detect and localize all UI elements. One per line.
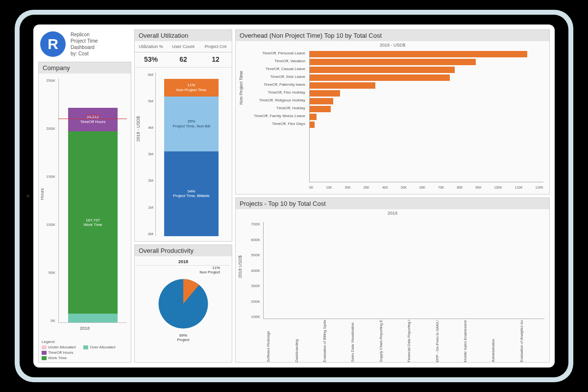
camera-dot xyxy=(26,195,29,197)
overhead-plot-area xyxy=(309,51,543,182)
company-panel[interactable]: Company Hours 0K 50K 100K 150K 200K 250K xyxy=(38,62,131,363)
projects-chart[interactable]: 2018 USD$ 100K200K300K400K500K600K700K xyxy=(236,217,549,362)
legend-under-allocated: Under Allocated xyxy=(42,345,75,349)
productivity-pie-chart[interactable] xyxy=(154,274,213,333)
kpi-header-user-count: User Count xyxy=(167,41,199,52)
projects-plot-area xyxy=(263,222,544,319)
utilization-plot-area: 11% Non Project Time 35% Project Time, N… xyxy=(155,73,227,236)
company-panel-title: Company xyxy=(39,62,131,74)
company-y-axis-label: Hours xyxy=(40,188,45,199)
overhead-bar[interactable] xyxy=(310,82,375,89)
title-line1: Replicon xyxy=(71,31,98,38)
projects-x-labels: Software Redesign Dashboarding Evaluatio… xyxy=(263,320,544,362)
projects-y-label: 2018 USD$ xyxy=(238,255,243,278)
overhead-bar[interactable] xyxy=(310,51,527,57)
company-seg-timeoff[interactable]: 24,212 TimeOff Hours xyxy=(68,108,117,131)
overhead-chart[interactable]: Non Project Time xyxy=(236,49,549,194)
projects-subtitle: 2018 xyxy=(236,209,549,217)
overhead-panel[interactable]: Overhead (Non Project Time) Top 10 by To… xyxy=(235,29,550,195)
company-y-ticks: 0K 50K 100K 150K 200K 250K xyxy=(45,78,55,323)
overhead-subtitle: 2018 - USD$ xyxy=(236,41,549,49)
title-line4: by: Cost xyxy=(71,50,98,57)
dashboard-screen: R Replicon Project Time Dashboard by: Co… xyxy=(33,24,555,368)
kpi-value-project-cnt: 12 xyxy=(199,52,232,66)
logo-block: R Replicon Project Time Dashboard by: Co… xyxy=(38,29,131,59)
overhead-bar[interactable] xyxy=(310,114,317,120)
overhead-x-ticks: 0K10K20K30K40K50K60K70K80K90K100K110K120… xyxy=(309,186,543,189)
tablet-bezel: R Replicon Project Time Dashboard by: Co… xyxy=(20,15,568,377)
productivity-title: Overall Productivity xyxy=(135,245,232,256)
legend-timeoff: TimeOff Hours xyxy=(42,350,74,355)
legend-over-allocated: Over Allocated xyxy=(83,345,115,349)
company-reference-line: 232,960 xyxy=(58,119,127,119)
utilization-kpi-table: Utilization % User Count Project Cnt 53%… xyxy=(135,41,232,66)
left-column: R Replicon Project Time Dashboard by: Co… xyxy=(38,29,131,363)
util-seg-billable[interactable]: 54% Project Time, Billable xyxy=(164,151,218,236)
projects-y-ticks: 100K200K300K400K500K600K700K xyxy=(247,222,260,319)
productivity-body: 2018 11%Non Project 89%Project xyxy=(135,256,232,362)
kpi-header-utilization: Utilization % xyxy=(135,41,167,52)
kpi-value-utilization: 53% xyxy=(135,52,167,66)
tablet-frame: R Replicon Project Time Dashboard by: Co… xyxy=(15,10,573,382)
kpi-value-user-count: 62 xyxy=(167,52,199,66)
replicon-logo-icon: R xyxy=(40,31,66,57)
title-line2: Project Time xyxy=(71,38,98,44)
overhead-bar[interactable] xyxy=(310,59,476,65)
company-chart[interactable]: Hours 0K 50K 100K 150K 200K 250K xyxy=(39,74,131,338)
overhead-bar[interactable] xyxy=(310,90,340,97)
overhead-bar[interactable] xyxy=(310,67,455,73)
projects-panel[interactable]: Projects - Top 10 by Total Cost 2018 201… xyxy=(235,197,550,363)
utilization-stacked-bar[interactable]: 11% Non Project Time 35% Project Time, N… xyxy=(164,79,218,236)
overhead-row-labels: TimeOff, Personal Leave TimeOff, Vacatio… xyxy=(236,51,308,129)
overhead-bar[interactable] xyxy=(310,74,450,81)
projects-title: Projects - Top 10 by Total Cost xyxy=(236,198,549,209)
productivity-non-label: 11%Non Project xyxy=(137,266,230,274)
util-seg-non-project[interactable]: 11% Non Project Time xyxy=(164,79,218,96)
utilization-title: Overall Utilization xyxy=(135,30,232,41)
utilization-y-ticks: 0M 1M 2M 3M 4M 5M 6M xyxy=(143,73,153,236)
company-seg-over-allocated[interactable] xyxy=(68,314,117,322)
title-line3: Dashboard xyxy=(71,44,98,50)
company-legend: Legend Under Allocated Over Allocated Ti… xyxy=(39,338,131,362)
productivity-year: 2018 xyxy=(137,258,230,266)
util-seg-non-billable[interactable]: 35% Project Time, Non Bill xyxy=(164,97,218,151)
overhead-title: Overhead (Non Project Time) Top 10 by To… xyxy=(236,30,549,41)
company-x-category: 2018 xyxy=(39,326,131,331)
utilization-panel[interactable]: Overall Utilization Utilization % User C… xyxy=(134,29,232,242)
overhead-bar[interactable] xyxy=(310,106,331,112)
company-seg-work-time[interactable]: 187,737 Work Time xyxy=(68,131,117,314)
kpi-header-project-cnt: Project Cnt xyxy=(199,41,232,52)
right-column: Overhead (Non Project Time) Top 10 by To… xyxy=(235,29,550,363)
dashboard-title: Replicon Project Time Dashboard by: Cost xyxy=(71,31,98,57)
overhead-bar[interactable] xyxy=(310,98,333,104)
productivity-proj-label: 89%Project xyxy=(137,333,230,342)
company-stacked-bar[interactable]: 187,737 Work Time 24,212 TimeOff Hours xyxy=(68,108,117,322)
utilization-y-label: 2018 - USD$ xyxy=(136,116,141,142)
productivity-panel[interactable]: Overall Productivity 2018 11%Non Project… xyxy=(134,245,232,363)
legend-work-time: Work Time xyxy=(42,356,67,360)
middle-column: Overall Utilization Utilization % User C… xyxy=(134,29,232,363)
overhead-bar[interactable] xyxy=(310,122,315,128)
utilization-chart[interactable]: 2018 - USD$ 0M 1M 2M 3M 4M 5M 6M xyxy=(135,67,232,241)
legend-heading: Legend xyxy=(42,340,128,344)
